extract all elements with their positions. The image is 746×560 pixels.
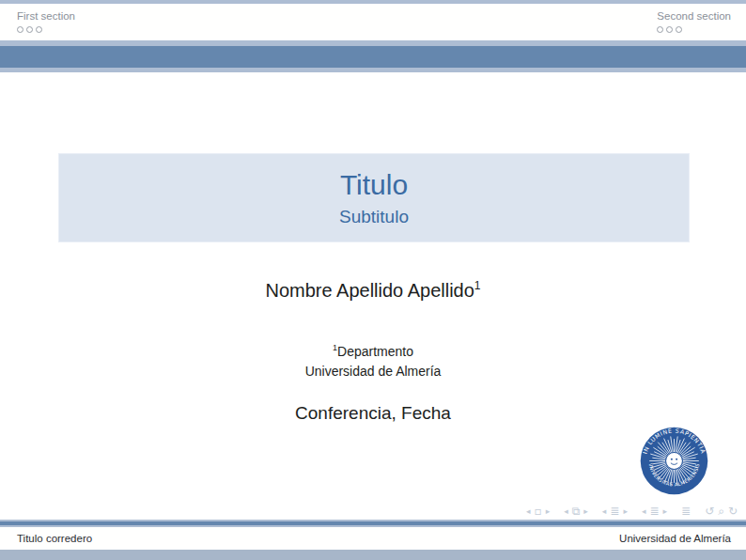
nav-slide-back-icon[interactable]: ◂ xyxy=(526,505,531,518)
slide-subtitle: Subtitulo xyxy=(339,208,409,226)
footer-band: Titulo corredero Universidad de Almería xyxy=(0,527,746,550)
nav-subsection-icon[interactable]: ≣ xyxy=(610,505,619,518)
section-nav-first[interactable]: First section xyxy=(17,9,75,33)
nav-section-icon[interactable]: ≣ xyxy=(649,505,659,518)
frame-dot[interactable] xyxy=(666,26,673,33)
nav-frame-icon[interactable]: ⧉ xyxy=(572,505,581,518)
nav-appendix-group: ≣ xyxy=(681,505,691,518)
nav-go-forward-icon[interactable]: ↻ xyxy=(728,505,738,518)
nav-appendix-icon[interactable]: ≣ xyxy=(681,505,691,518)
nav-section-group: ◂ ≣ ▸ xyxy=(642,505,667,518)
nav-frame-forward-icon[interactable]: ▸ xyxy=(583,505,588,518)
bottom-accent-bar xyxy=(0,550,746,560)
author-name-text: Nombre Apellido Apellido xyxy=(265,280,474,301)
frame-dot[interactable] xyxy=(17,26,23,33)
header-dark-bar xyxy=(0,46,746,68)
institute-block: 1Departmento Universidad de Almería xyxy=(0,338,746,381)
footer-short-title: Titulo corredero xyxy=(17,533,92,544)
header-light-bar-2 xyxy=(0,68,746,72)
slide-title: Titulo xyxy=(340,171,408,199)
conference-date: Conferencia, Fecha xyxy=(0,403,746,424)
frame-dots-first xyxy=(17,26,75,33)
university-seal-logo: IN LUMINE SAPIENTIA VNIVERSITAS ALMERIEN… xyxy=(640,427,708,495)
logo-sun-face xyxy=(666,453,682,469)
nav-history-group: ↺ ⌕ ↻ xyxy=(705,505,738,518)
nav-frame-group: ◂ ⧉ ▸ xyxy=(564,505,588,518)
university-seal-svg: IN LUMINE SAPIENTIA VNIVERSITAS ALMERIEN… xyxy=(640,427,708,495)
nav-section-forward-icon[interactable]: ▸ xyxy=(663,505,668,518)
section-label-second[interactable]: Second section xyxy=(657,9,731,23)
nav-subsection-back-icon[interactable]: ◂ xyxy=(602,505,607,518)
nav-slide-forward-icon[interactable]: ▸ xyxy=(546,505,551,518)
institute-department: Departmento xyxy=(337,344,413,359)
nav-section-back-icon[interactable]: ◂ xyxy=(642,505,646,518)
section-nav-second[interactable]: Second section xyxy=(657,9,731,33)
section-label-first[interactable]: First section xyxy=(17,9,75,23)
title-box: Titulo Subtitulo xyxy=(58,153,690,242)
author-footnote-mark: 1 xyxy=(474,279,481,292)
frame-dot[interactable] xyxy=(26,26,33,33)
beamer-title-slide: First section Second section Titulo Subt… xyxy=(0,0,746,560)
section-header-band: First section Second section xyxy=(0,4,746,40)
institute-line-2: Universidad de Almería xyxy=(0,362,746,381)
author-name: Nombre Apellido Apellido1 xyxy=(0,279,746,302)
nav-frame-back-icon[interactable]: ◂ xyxy=(564,505,568,518)
nav-slide-group: ◂ ▫ ▸ xyxy=(526,505,550,518)
nav-slide-icon[interactable]: ▫ xyxy=(535,505,542,518)
footer-institution: Universidad de Almería xyxy=(619,533,731,544)
frame-dot[interactable] xyxy=(36,26,42,33)
nav-subsection-group: ◂ ≣ ▸ xyxy=(602,505,628,518)
frame-dot[interactable] xyxy=(676,26,682,33)
nav-go-back-icon[interactable]: ↺ xyxy=(705,505,714,518)
nav-find-icon[interactable]: ⌕ xyxy=(718,505,724,518)
frame-dot[interactable] xyxy=(657,26,663,33)
frame-dots-second xyxy=(657,26,731,33)
nav-subsection-forward-icon[interactable]: ▸ xyxy=(623,505,628,518)
institute-line-1: 1Departmento xyxy=(0,338,746,362)
beamer-navigation-bar: ◂ ▫ ▸ ◂ ⧉ ▸ ◂ ≣ ▸ ◂ ≣ ▸ ≣ ↺ ⌕ ↻ xyxy=(526,505,738,518)
